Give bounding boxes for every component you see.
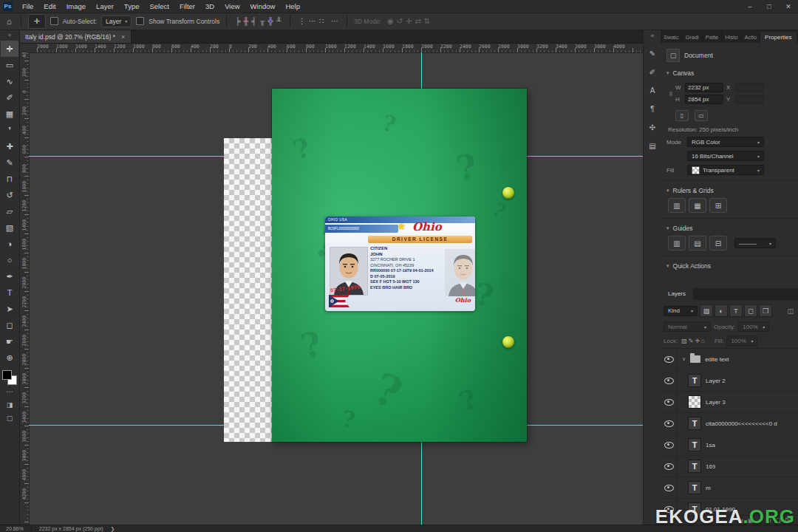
visibility-toggle[interactable] <box>661 349 678 369</box>
glyphs-panel-icon[interactable]: ✣ <box>645 120 660 134</box>
filter-adjustment-layers-icon[interactable]: ◐ <box>715 304 728 317</box>
foreground-color-swatch[interactable] <box>2 370 12 380</box>
layer-name[interactable]: m <box>706 485 711 491</box>
dodge-tool[interactable]: ○ <box>1 252 18 268</box>
auto-select-dropdown[interactable]: Layer ▾ <box>101 16 132 27</box>
link-dimensions-icon[interactable]: ∞ <box>667 89 675 98</box>
layer-row[interactable]: Tm <box>661 477 798 499</box>
close-button[interactable]: ✕ <box>779 3 798 10</box>
active-tool-icon[interactable]: ✛ <box>28 14 46 29</box>
eraser-tool[interactable]: ▱ <box>1 203 18 219</box>
visibility-toggle[interactable] <box>661 413 678 434</box>
menu-filter[interactable]: Filter <box>174 2 200 10</box>
type-layer-thumbnail[interactable]: T <box>688 374 701 387</box>
layer-row[interactable]: Tcita0000000<<<<<<<<<0 d <box>661 413 798 434</box>
layer-name[interactable]: cita0000000<<<<<<<<<0 d <box>706 420 777 427</box>
layer-row[interactable]: TLayer 2 <box>661 370 798 392</box>
3d-roll-icon[interactable]: ↺ <box>395 17 404 25</box>
edit-toolbar-icon[interactable]: ⋯ <box>7 385 13 398</box>
brush-settings-panel-icon[interactable]: ✎ <box>645 47 660 61</box>
filter-toggle-icon[interactable]: ◫ <box>787 307 795 315</box>
toggle-snap-icon[interactable]: ⊞ <box>709 198 727 213</box>
filter-smart-objects-icon[interactable]: ❒ <box>759 304 772 317</box>
tab-properties[interactable]: Properties <box>760 32 796 43</box>
status-arrow-icon[interactable]: ❯ <box>111 526 115 532</box>
blend-mode-dropdown[interactable]: Normal ▾ <box>664 321 711 332</box>
bit-depth-dropdown[interactable]: 16 Bits/Channel ▾ <box>687 151 764 161</box>
3d-orbit-icon[interactable]: ◉ <box>386 17 395 25</box>
panel-tab-patte[interactable]: Patte <box>703 32 723 43</box>
layer-row[interactable]: ∨edite text <box>661 349 798 370</box>
blur-tool[interactable]: ◑ <box>1 236 18 252</box>
screen-mode-icon[interactable]: ▢ <box>7 412 13 425</box>
move-tool[interactable]: ✛ <box>1 41 18 57</box>
menu-view[interactable]: View <box>219 2 245 10</box>
lasso-tool[interactable]: ∿ <box>1 73 18 89</box>
type-layer-thumbnail[interactable]: T <box>688 438 701 451</box>
orientation-landscape-icon[interactable]: ▭ <box>695 110 708 121</box>
document-tab[interactable]: Italy id.psd @ 20.7% (RGB/16) * × <box>19 30 132 43</box>
driver-license-card[interactable]: OHIO USA BO0FL00000000000 ★ Ohio DRIVER … <box>325 216 475 311</box>
visibility-toggle[interactable] <box>661 370 678 391</box>
visibility-toggle[interactable] <box>661 392 678 412</box>
crop-tool[interactable]: ▦ <box>1 106 18 122</box>
filter-type-layers-icon[interactable]: T <box>729 304 743 317</box>
distribute-horizontal-icon[interactable]: ⋯ <box>307 17 318 25</box>
menu-layer[interactable]: Layer <box>91 2 119 10</box>
layer-name[interactable]: Layer 2 <box>706 378 726 384</box>
layer-row[interactable]: T1sa <box>661 434 798 456</box>
layer-name[interactable]: 1sa <box>706 442 715 449</box>
3d-scale-icon[interactable]: ⇅ <box>423 17 432 25</box>
align-vertical-centers-icon[interactable]: ╬ <box>267 17 275 25</box>
expand-arrow-icon[interactable]: ∨ <box>682 356 686 362</box>
color-swatches[interactable] <box>1 370 18 385</box>
opacity-dropdown[interactable]: 100% ▾ <box>738 321 769 332</box>
transparent-canvas-region[interactable] <box>224 138 272 442</box>
orientation-portrait-icon[interactable]: ▯ <box>675 110 689 121</box>
toggle-rulers-icon[interactable]: ▥ <box>668 198 686 213</box>
chevron-down-icon[interactable]: ▾ <box>666 225 669 231</box>
lock-pixels-icon[interactable]: ✎ <box>688 338 695 344</box>
type-layer-thumbnail[interactable]: T <box>688 481 701 494</box>
fill-dropdown[interactable]: Transparent ▾ <box>687 165 764 175</box>
character-panel-icon[interactable]: A <box>645 83 660 98</box>
visibility-toggle[interactable] <box>661 434 678 455</box>
quick-selection-tool[interactable]: ✐ <box>1 89 18 106</box>
panel-tab-gradi[interactable]: Gradi <box>682 32 702 43</box>
maximize-button[interactable]: □ <box>760 3 779 10</box>
collapse-panels-icon[interactable]: « <box>651 30 654 42</box>
history-brush-tool[interactable]: ↺ <box>1 187 18 203</box>
minimize-button[interactable]: – <box>740 3 760 10</box>
canvas-height-input[interactable] <box>685 95 723 104</box>
paragraph-panel-icon[interactable]: ¶ <box>645 102 660 116</box>
align-right-edges-icon[interactable]: ╡ <box>250 17 258 25</box>
tab-layers[interactable]: Layers <box>661 288 693 300</box>
brushes-panel-icon[interactable]: ✐ <box>645 65 660 79</box>
canvas-width-input[interactable] <box>685 83 723 92</box>
align-bottom-edges-icon[interactable]: ╨ <box>275 17 283 25</box>
type-layer-thumbnail[interactable]: T <box>688 417 701 430</box>
zoom-tool[interactable]: ⊕ <box>1 349 18 366</box>
lock-transparency-icon[interactable]: ▨ <box>681 338 688 344</box>
align-top-edges-icon[interactable]: ╥ <box>258 17 266 25</box>
3d-pan-icon[interactable]: ✛ <box>404 17 413 25</box>
horizontal-ruler[interactable]: 2000180016001400120010008006004002000200… <box>29 43 643 53</box>
marquee-tool[interactable]: ▭ <box>1 57 18 73</box>
quick-mask-icon[interactable]: ◨ <box>7 398 13 412</box>
layer-name[interactable]: 169 <box>706 463 715 470</box>
align-left-edges-icon[interactable]: ╞ <box>233 17 242 25</box>
zoom-level[interactable]: 20.86% <box>6 526 24 531</box>
layer-row[interactable]: T169 <box>661 456 798 477</box>
menu-type[interactable]: Type <box>119 2 145 10</box>
lock-all-icon[interactable]: ⌂ <box>700 338 706 344</box>
layer-filter-kind-dropdown[interactable]: Kind ▾ <box>664 306 698 316</box>
menu-file[interactable]: File <box>17 2 38 10</box>
3d-slide-icon[interactable]: ⇄ <box>413 17 422 25</box>
home-icon[interactable]: ⌂ <box>4 17 14 26</box>
show-transform-checkbox[interactable] <box>136 17 144 25</box>
color-mode-dropdown[interactable]: RGB Color ▾ <box>687 137 764 147</box>
auto-select-checkbox[interactable] <box>50 17 58 25</box>
menu-3d[interactable]: 3D <box>200 2 219 10</box>
more-options-icon[interactable]: ⋯ <box>330 17 340 25</box>
menu-edit[interactable]: Edit <box>38 2 61 10</box>
